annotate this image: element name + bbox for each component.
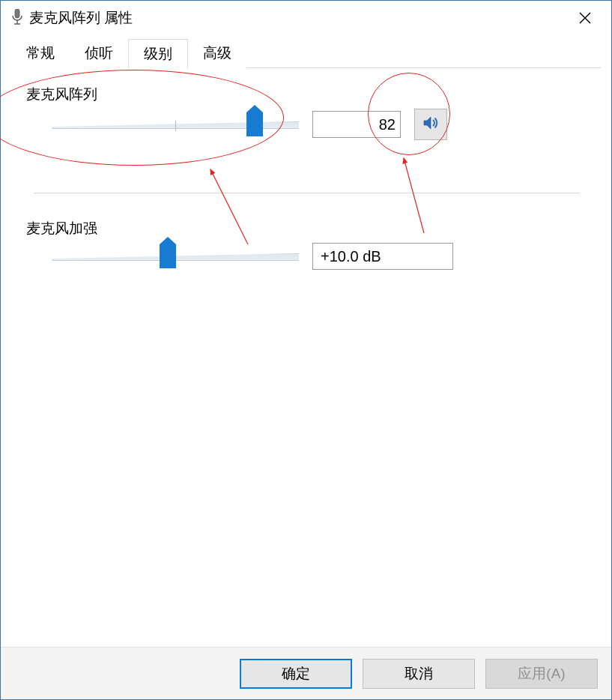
tab-listen[interactable]: 侦听 <box>70 38 128 68</box>
mic-boost-slider[interactable] <box>52 243 299 270</box>
properties-dialog: 麦克风阵列 属性 常规 侦听 级别 高级 麦克风阵列 82 <box>0 0 612 700</box>
mic-array-group: 麦克风阵列 82 <box>26 85 587 140</box>
divider <box>34 193 580 193</box>
mic-boost-slider-thumb[interactable] <box>160 244 176 268</box>
tab-content-levels: 麦克风阵列 82 <box>1 68 611 638</box>
mic-boost-value: +10.0 dB <box>312 243 453 270</box>
ok-button[interactable]: 确定 <box>240 659 352 689</box>
tab-levels[interactable]: 级别 <box>128 39 188 69</box>
mic-array-slider-thumb[interactable] <box>246 112 263 136</box>
title-bar: 麦克风阵列 属性 <box>1 1 611 35</box>
tab-strip: 常规 侦听 级别 高级 <box>1 35 611 68</box>
speaker-icon <box>422 114 440 136</box>
dialog-footer: 确定 取消 应用(A) <box>1 647 611 699</box>
microphone-icon <box>11 9 23 27</box>
mic-array-value[interactable]: 82 <box>312 111 401 138</box>
mic-array-slider[interactable] <box>52 111 299 138</box>
close-button[interactable] <box>559 1 611 35</box>
apply-button: 应用(A) <box>485 659 598 689</box>
tab-advanced[interactable]: 高级 <box>188 38 246 68</box>
mic-array-label: 麦克风阵列 <box>26 85 587 104</box>
mic-boost-label: 麦克风加强 <box>26 219 587 238</box>
svg-rect-0 <box>15 9 19 18</box>
tab-general[interactable]: 常规 <box>11 38 70 68</box>
mic-boost-group: 麦克风加强 +10.0 dB <box>26 219 587 270</box>
cancel-button[interactable]: 取消 <box>363 659 475 689</box>
window-title: 麦克风阵列 属性 <box>29 8 133 28</box>
mute-button[interactable] <box>414 109 447 140</box>
